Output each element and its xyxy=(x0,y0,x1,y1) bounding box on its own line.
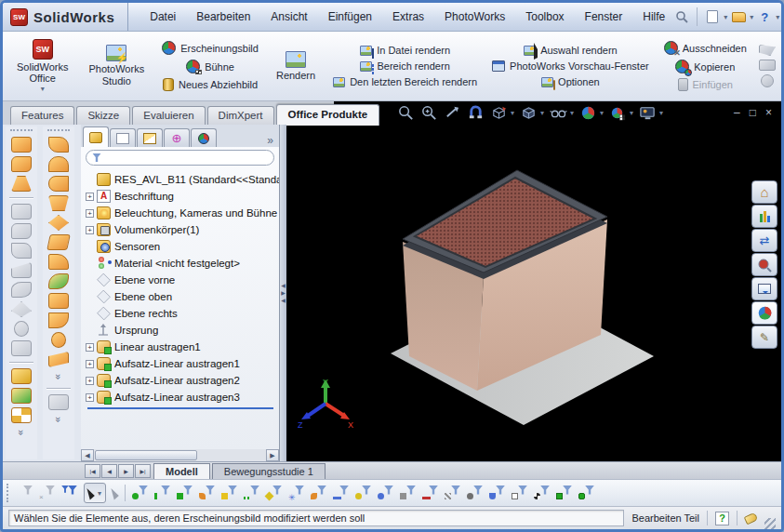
selection-filter-icon[interactable] xyxy=(445,485,460,500)
surface-tool-icon[interactable] xyxy=(48,176,69,192)
panel-tabs-overflow-chevron[interactable]: » xyxy=(263,134,277,147)
surface-tool-icon[interactable] xyxy=(48,156,69,172)
scroll-right-button[interactable]: ▶ xyxy=(266,449,279,461)
features-tool-icon[interactable] xyxy=(11,368,32,384)
taskpane-view-palette-button[interactable] xyxy=(751,277,777,300)
display-style-dropdown[interactable]: ▾ xyxy=(540,109,544,117)
apply-scene-dropdown[interactable]: ▾ xyxy=(630,109,633,117)
features-tool-icon[interactable] xyxy=(11,137,32,153)
edit-appearance-dropdown[interactable]: ▾ xyxy=(600,109,604,117)
toolbar-more-chevron[interactable]: » xyxy=(53,417,64,422)
surface-tool-icon[interactable] xyxy=(48,215,69,231)
filter-axes-icon[interactable] xyxy=(244,485,259,500)
next-tab-button[interactable]: ▶ xyxy=(118,464,134,478)
filter-planes-icon[interactable] xyxy=(266,485,282,500)
new-document-dropdown[interactable]: ▾ xyxy=(724,13,727,21)
filter-annotations-icon[interactable] xyxy=(355,485,371,500)
filter-surface-bodies-icon[interactable] xyxy=(199,485,215,500)
tree-item[interactable]: Ebene oben xyxy=(86,288,279,305)
taskpane-search-button[interactable] xyxy=(751,253,777,276)
tab-modell[interactable]: Modell xyxy=(153,463,210,479)
tree-item[interactable]: Material <nicht festgelegt> xyxy=(86,255,279,272)
selection-filter-icon[interactable] xyxy=(467,485,483,500)
menu-fenster[interactable]: Fenster xyxy=(577,7,631,27)
filter-toggle-icon[interactable] xyxy=(61,485,77,500)
taskpane-resources-button[interactable]: ⌂ xyxy=(751,180,777,204)
expand-box[interactable]: + xyxy=(86,343,94,352)
expand-box[interactable]: + xyxy=(86,226,94,234)
bearing-tool-icon[interactable] xyxy=(759,60,776,71)
selection-filter-icon[interactable] xyxy=(534,485,550,500)
tab-dimxpert[interactable]: DimXpert xyxy=(207,106,274,125)
zoom-to-area-icon[interactable] xyxy=(420,104,438,122)
surface-tool-icon[interactable] xyxy=(51,332,66,348)
filter-vertices-icon[interactable] xyxy=(132,485,148,500)
view-settings-icon[interactable] xyxy=(639,104,657,122)
tab-display-manager[interactable] xyxy=(191,128,217,147)
wheel-tool-icon[interactable] xyxy=(761,74,774,87)
display-style-icon[interactable] xyxy=(520,104,538,122)
menu-toolbox[interactable]: Toolbox xyxy=(517,7,572,27)
expand-box[interactable]: + xyxy=(86,193,94,201)
previous-view-icon[interactable] xyxy=(444,104,461,122)
features-tool-icon[interactable] xyxy=(11,388,32,404)
tab-featuremanager-tree[interactable] xyxy=(83,126,109,147)
scrollbar-thumb[interactable] xyxy=(95,450,197,460)
filter-edges-icon[interactable] xyxy=(154,485,170,500)
search-icon[interactable] xyxy=(673,8,690,25)
collapse-arrow[interactable]: ◀ xyxy=(281,284,286,288)
selection-filter-icon[interactable] xyxy=(512,485,527,500)
selection-filter-icon[interactable] xyxy=(422,485,438,500)
surface-tool-icon[interactable] xyxy=(48,293,69,309)
select-cursor-button[interactable]: ▾ xyxy=(84,483,106,503)
tree-item[interactable]: + Aufsatz-Linear austragen3 xyxy=(86,389,279,406)
tab-skizze[interactable]: Skizze xyxy=(76,106,130,125)
tab-bewegungsstudie[interactable]: Bewegungsstudie 1 xyxy=(212,463,326,479)
filter-dimensions-icon[interactable] xyxy=(333,485,349,500)
weldment-tool-icon[interactable] xyxy=(759,45,776,56)
features-tool-icon[interactable] xyxy=(11,156,32,172)
menu-einfuegen[interactable]: Einfügen xyxy=(320,7,380,27)
view-orientation-dropdown[interactable]: ▾ xyxy=(511,109,514,117)
tree-item[interactable]: Ursprung xyxy=(86,322,279,339)
quick-tips-icon[interactable]: ? xyxy=(715,512,729,525)
surface-tool-icon[interactable] xyxy=(48,313,69,328)
selection-filter-icon[interactable] xyxy=(578,485,594,500)
tab-office-produkte[interactable]: Office Produkte xyxy=(276,104,380,126)
open-document-dropdown[interactable]: ▾ xyxy=(750,13,753,21)
taskpane-custom-properties-button[interactable]: ✎ xyxy=(751,326,777,349)
expand-box[interactable]: + xyxy=(86,209,94,218)
taskpane-file-explorer-button[interactable]: ⇄ xyxy=(751,229,777,252)
appearance-button[interactable]: Erscheinungsbild xyxy=(159,40,261,56)
zoom-to-fit-icon[interactable] xyxy=(397,104,415,122)
tags-icon[interactable] xyxy=(744,512,759,525)
options-button[interactable]: Optionen xyxy=(538,75,603,88)
features-tool-icon[interactable] xyxy=(11,176,32,192)
help-icon[interactable]: ? xyxy=(756,8,773,25)
hide-show-dropdown[interactable]: ▾ xyxy=(570,109,574,117)
menu-hilfe[interactable]: Hilfe xyxy=(634,7,673,27)
toolbar-more-chevron[interactable]: » xyxy=(53,374,64,379)
last-tab-button[interactable]: ▶| xyxy=(135,464,151,478)
resize-grip[interactable] xyxy=(764,518,776,529)
surface-tool-icon[interactable] xyxy=(48,195,69,211)
tab-evaluieren[interactable]: Evaluieren xyxy=(132,106,205,125)
surface-tool-icon[interactable] xyxy=(48,273,69,289)
tree-filter-input[interactable] xyxy=(86,150,274,166)
features-tool-icon[interactable] xyxy=(11,407,32,423)
selection-filter-icon[interactable] xyxy=(400,485,416,500)
view-orientation-icon[interactable] xyxy=(490,104,508,122)
tab-configuration-manager[interactable] xyxy=(137,128,163,147)
menu-ansicht[interactable]: Ansicht xyxy=(262,7,315,27)
selection-filter-icon[interactable] xyxy=(489,485,505,500)
scene-button[interactable]: Bühne xyxy=(183,59,237,74)
view-settings-dropdown[interactable]: ▾ xyxy=(659,109,663,117)
tree-item[interactable]: Ebene rechts xyxy=(86,305,279,322)
panel-horizontal-scrollbar[interactable]: ◀ ▶ xyxy=(81,449,280,461)
toolbar-grip[interactable] xyxy=(47,129,70,133)
select-dropdown[interactable]: ▾ xyxy=(98,489,101,498)
tree-item[interactable]: + Aufsatz-Linear austragen2 xyxy=(86,372,279,389)
render-area-button[interactable]: Bereich rendern xyxy=(357,60,452,73)
expand-arrow[interactable]: ▶ xyxy=(281,291,286,296)
tree-item[interactable]: + Beleuchtung, Kameras und Bühne xyxy=(86,205,279,221)
